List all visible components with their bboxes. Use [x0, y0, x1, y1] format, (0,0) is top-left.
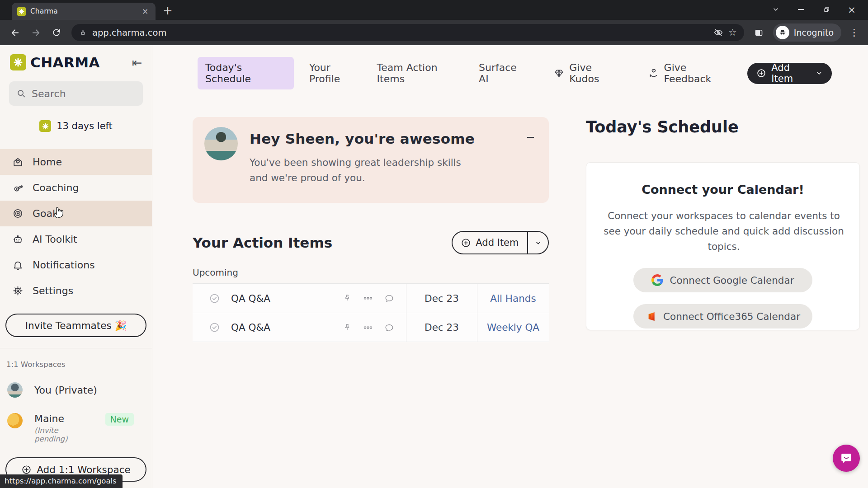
gem-icon [554, 68, 564, 79]
search-input[interactable] [32, 88, 136, 99]
workspace-item-you[interactable]: You (Private) [0, 382, 152, 398]
sidebar-item-ai-toolkit[interactable]: AI Toolkit [0, 226, 152, 252]
trial-badge: 13 days left [0, 120, 152, 132]
tab-close-icon[interactable]: × [140, 6, 150, 16]
greeting-body: You've been showing great leadership ski… [250, 155, 467, 186]
sidebar: CHARMA ⇤ 13 days left Home [0, 45, 152, 488]
connect-google-calendar-button[interactable]: Connect Google Calendar [633, 268, 812, 292]
give-feedback-button[interactable]: Give Feedback [648, 62, 732, 84]
sidebar-item-label: Notifications [33, 259, 95, 271]
due-date: Dec 23 [406, 284, 477, 313]
restore-button[interactable] [819, 2, 834, 17]
sidebar-item-coaching[interactable]: Coaching [0, 175, 152, 201]
comment-icon[interactable] [384, 323, 394, 333]
greeting-title: Hey Sheen, you're awesome [250, 131, 536, 147]
incognito-icon [776, 26, 789, 39]
action-items-heading: Your Action Items [193, 235, 332, 251]
sidebar-item-label: Coaching [33, 182, 79, 193]
greeting-card: Hey Sheen, you're awesome You've been sh… [193, 117, 549, 203]
minimize-button[interactable] [794, 2, 808, 17]
add-item-button[interactable]: Add Item [747, 63, 832, 84]
charma-logo-icon [10, 54, 26, 70]
reload-button[interactable] [47, 23, 66, 42]
plus-circle-icon [756, 68, 766, 78]
plus-circle-icon [461, 238, 471, 248]
more-options-icon[interactable] [363, 293, 373, 304]
workspace-item-maine[interactable]: Maine (Invite pending) New [0, 413, 152, 443]
more-options-icon[interactable] [363, 322, 373, 333]
workspace-link[interactable]: All Hands [477, 284, 549, 313]
whistle-icon [12, 182, 24, 194]
add-workspace-label: Add 1:1 Workspace [37, 464, 130, 475]
bookmark-star-icon[interactable]: ☆ [728, 27, 737, 38]
lock-icon [79, 28, 87, 37]
browser-toolbar: app.charma.com ☆ Incognito ⋮ [0, 20, 868, 45]
collapse-card-button[interactable] [525, 132, 535, 142]
hand-heart-icon [648, 68, 659, 79]
action-item-title: QA Q&A [231, 322, 270, 333]
tab-strip: Charma × + × [0, 0, 868, 20]
connect-office365-calendar-button[interactable]: Connect Office365 Calendar [633, 304, 812, 328]
gear-icon [12, 285, 24, 297]
check-circle-icon[interactable] [209, 322, 220, 333]
tab-your-profile[interactable]: Your Profile [309, 62, 362, 84]
chevron-down-icon [816, 70, 823, 77]
tab-todays-schedule[interactable]: Today's Schedule [198, 57, 294, 89]
incognito-label: Incognito [794, 28, 834, 38]
browser-menu-icon[interactable]: ⋮ [846, 27, 863, 38]
incognito-badge[interactable]: Incognito [773, 23, 841, 42]
workspaces-heading: 1:1 Workspaces [6, 360, 152, 369]
sidebar-item-label: Home [33, 156, 62, 168]
pin-icon[interactable] [343, 323, 352, 332]
new-tab-button[interactable]: + [163, 4, 173, 17]
check-circle-icon[interactable] [209, 293, 220, 304]
forward-button[interactable] [26, 23, 45, 42]
google-logo-icon [651, 274, 663, 286]
trial-star-icon [39, 120, 51, 132]
avatar [204, 127, 238, 160]
sidebar-item-settings[interactable]: Settings [0, 278, 152, 304]
add-action-item-split-button: Add Item [452, 231, 549, 254]
add-item-dropdown-button[interactable] [528, 232, 548, 253]
mouse-cursor [52, 204, 67, 220]
table-row[interactable]: QA Q&A Dec 23 Weekly QA [193, 313, 549, 342]
add-action-item-button[interactable]: Add Item [453, 232, 527, 253]
sidebar-item-notifications[interactable]: Notifications [0, 252, 152, 278]
sidebar-item-label: AI Toolkit [33, 234, 77, 245]
avatar [7, 413, 23, 428]
connect-google-label: Connect Google Calendar [670, 275, 794, 286]
target-icon [12, 208, 24, 220]
workspace-name: Maine [34, 413, 64, 424]
browser-tab[interactable]: Charma × [12, 3, 156, 20]
action-item-title: QA Q&A [231, 293, 270, 304]
back-button[interactable] [5, 23, 24, 42]
sidebar-item-goals[interactable]: Goals [0, 201, 152, 226]
action-items-table: QA Q&A Dec 23 All Hands [193, 283, 549, 342]
give-kudos-label: Give Kudos [569, 62, 621, 84]
due-date: Dec 23 [406, 313, 477, 342]
table-row[interactable]: QA Q&A Dec 23 All Hands [193, 284, 549, 313]
address-bar[interactable]: app.charma.com ☆ [71, 24, 744, 41]
comment-icon[interactable] [384, 293, 394, 303]
search-box[interactable] [9, 81, 143, 106]
invite-teammates-button[interactable]: Invite Teammates 🎉 [5, 314, 146, 337]
browser-chrome: Charma × + × app.charma.c [0, 0, 868, 45]
close-window-button[interactable]: × [844, 2, 859, 17]
pin-icon[interactable] [343, 294, 352, 303]
give-kudos-button[interactable]: Give Kudos [554, 62, 621, 84]
password-eye-off-icon[interactable] [713, 28, 723, 38]
chat-launcher-button[interactable] [833, 445, 860, 472]
new-badge: New [105, 413, 134, 426]
invite-pending-status: (Invite pending) [34, 426, 94, 443]
workspace-link[interactable]: Weekly QA [477, 313, 549, 342]
home-icon [12, 156, 24, 168]
give-feedback-label: Give Feedback [664, 62, 732, 84]
tab-surface-ai[interactable]: Surface AI [479, 62, 527, 84]
plus-circle-icon [21, 465, 32, 475]
sidebar-item-home[interactable]: Home [0, 149, 152, 175]
main-area: Today's Schedule Your Profile Team Actio… [152, 45, 868, 488]
side-panel-icon[interactable] [750, 23, 769, 42]
tab-team-action-items[interactable]: Team Action Items [377, 62, 464, 84]
sidebar-collapse-icon[interactable]: ⇤ [132, 56, 142, 69]
tab-search-chevron-icon[interactable] [769, 2, 783, 17]
